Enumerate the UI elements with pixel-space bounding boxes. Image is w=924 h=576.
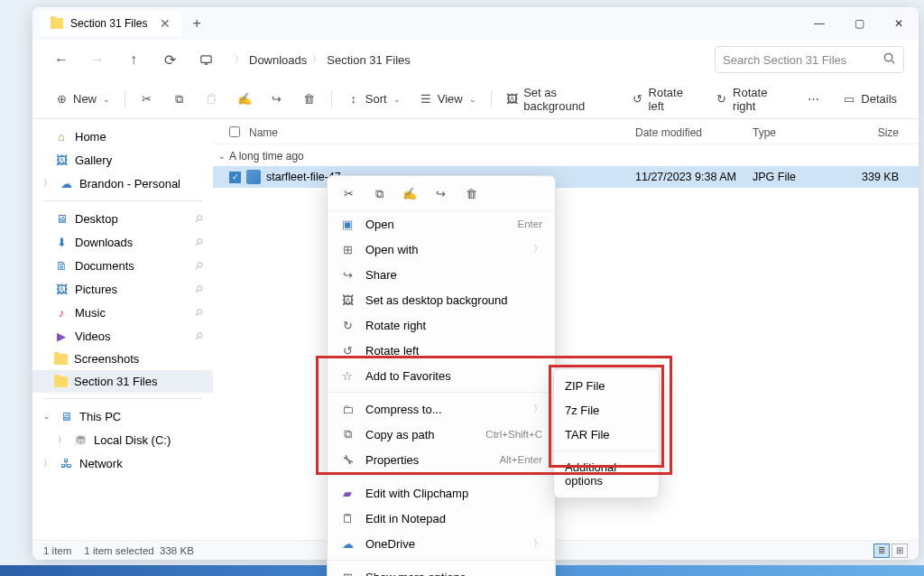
ctx-onedrive[interactable]: ☁OneDrive〉 xyxy=(328,531,555,556)
ctx-open-with[interactable]: ⊞Open with〉 xyxy=(328,237,555,262)
view-button[interactable]: ☰ View ⌄ xyxy=(411,88,484,111)
details-button[interactable]: ▭ Details xyxy=(835,88,904,111)
sub-zip[interactable]: ZIP File xyxy=(554,374,659,398)
download-icon: ⬇ xyxy=(54,235,69,249)
col-size[interactable]: Size xyxy=(850,126,908,140)
sidebar-item-thispc[interactable]: ⌄🖥︎This PC xyxy=(32,404,213,428)
ctx-compress[interactable]: 🗀Compress to...〉 xyxy=(328,396,555,422)
chevron-right-icon: 〉 xyxy=(533,243,542,255)
breadcrumb[interactable]: 〉 Downloads 〉 Section 31 Files xyxy=(235,53,707,67)
share-icon: ↪ xyxy=(340,267,355,282)
separator xyxy=(328,392,555,393)
crumb-downloads[interactable]: Downloads xyxy=(249,53,307,67)
disk-icon: ⛃ xyxy=(73,432,88,447)
copy-icon: ⧉ xyxy=(172,92,187,107)
ctx-share[interactable]: ↪Share xyxy=(328,262,555,287)
maximize-button[interactable]: ▢ xyxy=(839,7,879,40)
ctx-clipchamp[interactable]: ▰Edit with Clipchamp xyxy=(328,480,555,506)
back-button[interactable]: ← xyxy=(47,45,76,74)
close-button[interactable]: ✕ xyxy=(879,7,919,40)
sidebar-item-network[interactable]: 〉🖧︎Network xyxy=(32,451,213,475)
monitor-icon[interactable] xyxy=(191,45,220,74)
sub-additional[interactable]: Additional options xyxy=(554,455,659,493)
col-name[interactable]: Name xyxy=(249,126,635,140)
ctx-rotate-right[interactable]: ↻Rotate right xyxy=(328,312,555,338)
sidebar-item-personal[interactable]: 〉☁Brandon - Personal xyxy=(32,172,213,195)
rotate-left-button[interactable]: ↺ Rotate left xyxy=(624,81,704,117)
chevron-down-icon: ⌄ xyxy=(218,152,226,161)
ctx-open[interactable]: ▣OpenEnter xyxy=(328,211,555,237)
details-icon: ▭ xyxy=(842,92,856,107)
status-count: 1 item xyxy=(43,545,71,556)
ctx-notepad[interactable]: 🗒︎Edit in Notepad xyxy=(328,506,555,531)
folder-icon xyxy=(54,354,68,365)
file-row[interactable]: ✓ starfleet-file-47 11/27/2023 9:38 AM J… xyxy=(213,166,919,188)
rotate-right-icon: ↻ xyxy=(340,318,355,332)
grid-view-button[interactable]: ⊞ xyxy=(892,543,908,558)
rename-button[interactable]: ✍ xyxy=(230,88,259,111)
details-view-button[interactable]: ≣ xyxy=(873,543,890,558)
minimize-button[interactable]: — xyxy=(799,7,839,40)
group-header[interactable]: ⌄ A long time ago xyxy=(213,144,919,166)
crumb-section31[interactable]: Section 31 Files xyxy=(327,53,411,67)
sidebar-item-screenshots[interactable]: Screenshots xyxy=(32,348,213,370)
chevron-right-icon: 〉 xyxy=(312,53,321,66)
sidebar-item-section31[interactable]: Section 31 Files xyxy=(32,370,213,393)
col-type[interactable]: Type xyxy=(753,126,850,140)
paste-button[interactable]: 📋︎ xyxy=(198,88,226,111)
more-button[interactable]: ⋯ xyxy=(799,88,827,111)
tab-active[interactable]: Section 31 Files ✕ xyxy=(40,11,181,36)
chevron-right-icon: 〉 xyxy=(43,178,52,190)
up-button[interactable]: ↑ xyxy=(119,45,148,74)
rename-icon[interactable]: ✍ xyxy=(402,187,418,201)
share-icon[interactable]: ↪ xyxy=(432,187,448,201)
context-quick-actions: ✂ ⧉ ✍ ↪ 🗑︎ xyxy=(328,181,555,211)
window-controls: — ▢ ✕ xyxy=(799,7,919,40)
ctx-set-background[interactable]: 🖼︎Set as desktop background xyxy=(328,287,555,312)
sub-7z[interactable]: 7z File xyxy=(554,398,659,423)
close-tab-icon[interactable]: ✕ xyxy=(160,16,171,31)
col-date[interactable]: Date modified xyxy=(635,126,753,140)
sort-icon: ↕ xyxy=(346,92,361,107)
new-tab-button[interactable]: + xyxy=(192,15,200,32)
ctx-rotate-left[interactable]: ↺Rotate left xyxy=(328,338,555,363)
plus-circle-icon: ⊕ xyxy=(54,92,69,107)
trash-icon[interactable]: 🗑︎ xyxy=(463,187,479,201)
ctx-properties[interactable]: 🔧︎PropertiesAlt+Enter xyxy=(328,447,555,472)
set-background-button[interactable]: 🖼︎ Set as background xyxy=(499,81,620,117)
new-button[interactable]: ⊕ New ⌄ xyxy=(47,88,117,111)
sidebar-item-music[interactable]: ♪Music⚲ xyxy=(32,301,213,324)
ctx-copy-path[interactable]: ⧉Copy as pathCtrl+Shift+C xyxy=(328,422,555,447)
open-icon: ▣ xyxy=(340,217,355,231)
cut-button[interactable]: ✂ xyxy=(133,88,162,111)
sidebar-item-gallery[interactable]: 🖼︎Gallery xyxy=(32,148,213,172)
sidebar-item-videos[interactable]: ▶Videos⚲ xyxy=(32,324,213,348)
copy-button[interactable]: ⧉ xyxy=(165,88,194,111)
search-input[interactable]: Search Section 31 Files xyxy=(715,46,904,73)
delete-button[interactable]: 🗑︎ xyxy=(295,88,324,111)
sidebar-item-documents[interactable]: 🗎Documents⚲ xyxy=(32,254,213,277)
sidebar-item-localdisk[interactable]: 〉⛃Local Disk (C:) xyxy=(32,428,213,451)
chevron-down-icon: ⌄ xyxy=(103,95,110,104)
rotate-right-button[interactable]: ↻ Rotate right xyxy=(708,81,796,117)
select-all-checkbox[interactable] xyxy=(229,126,240,137)
refresh-button[interactable]: ⟳ xyxy=(155,45,184,74)
ctx-more-options[interactable]: ⊞Show more options xyxy=(328,564,555,576)
sidebar-item-pictures[interactable]: 🖼︎Pictures⚲ xyxy=(32,277,213,301)
more-icon: ⊞ xyxy=(340,570,355,576)
copy-icon[interactable]: ⧉ xyxy=(371,187,387,201)
share-button[interactable]: ↪ xyxy=(263,88,291,111)
video-icon: ▶ xyxy=(54,329,69,343)
file-date: 11/27/2023 9:38 AM xyxy=(635,171,753,183)
sort-button[interactable]: ↕ Sort ⌄ xyxy=(339,88,408,111)
ctx-favorites[interactable]: ☆Add to Favorites xyxy=(328,363,555,388)
forward-button[interactable]: → xyxy=(83,45,112,74)
cut-icon[interactable]: ✂ xyxy=(340,187,356,201)
sidebar-item-home[interactable]: ⌂Home xyxy=(32,125,213,148)
column-headers[interactable]: Name Date modified Type Size xyxy=(213,119,919,144)
checkbox-checked[interactable]: ✓ xyxy=(229,172,241,183)
sidebar-item-desktop[interactable]: 🖥︎Desktop⚲ xyxy=(32,207,213,230)
svg-point-1 xyxy=(884,53,892,60)
sidebar-item-downloads[interactable]: ⬇Downloads⚲ xyxy=(32,230,213,254)
sub-tar[interactable]: TAR File xyxy=(554,423,659,447)
